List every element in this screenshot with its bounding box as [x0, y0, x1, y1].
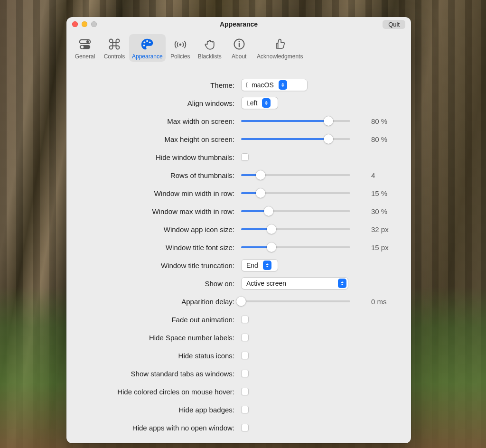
label-align: Align windows: [78, 99, 234, 107]
row-hide-badges: Hide app badges: [78, 401, 400, 419]
row-max-w: Window max width in row: 30 % [78, 202, 400, 220]
chevron-updown-icon [279, 80, 287, 90]
min-w-slider[interactable] [241, 188, 350, 198]
label-max-width: Max width on screen: [78, 117, 234, 125]
max-w-value: 30 % [371, 207, 400, 215]
tab-about[interactable]: About [224, 34, 254, 62]
row-delay: Apparition delay: 0 ms [78, 292, 400, 310]
tab-blacklists[interactable]: Blacklists [195, 34, 224, 62]
min-w-value: 15 % [371, 189, 400, 197]
label-std-tabs: Show standard tabs as windows: [78, 370, 234, 378]
font-size-value: 15 px [371, 243, 400, 252]
svg-point-7 [143, 45, 145, 47]
tab-label: About [232, 53, 246, 60]
tab-label: General [75, 53, 95, 60]
tab-policies[interactable]: Policies [166, 34, 195, 62]
info-icon [231, 36, 247, 52]
svg-point-1 [86, 40, 89, 43]
theme-popup[interactable]:  macOS [241, 79, 308, 91]
label-hide-status: Hide status icons: [78, 352, 234, 360]
row-show-on: Show on: Active screen [78, 274, 400, 292]
tab-appearance[interactable]: Appearance [129, 34, 166, 62]
hand-icon [202, 36, 218, 52]
label-delay: Apparition delay: [78, 298, 234, 306]
label-truncation: Window title truncation: [78, 261, 234, 270]
delay-slider[interactable] [241, 297, 350, 306]
svg-rect-11 [239, 43, 240, 47]
label-show-on: Show on: [78, 280, 234, 288]
max-width-slider[interactable] [241, 116, 350, 126]
align-value: Left [246, 99, 257, 107]
chevron-updown-icon [263, 261, 271, 270]
row-hide-thumbs: Hide window thumbnails: [78, 148, 400, 166]
label-font-size: Window title font size: [78, 243, 234, 252]
row-max-width: Max width on screen: 80 % [78, 112, 400, 130]
label-max-w: Window max width in row: [78, 207, 234, 215]
font-size-slider[interactable] [241, 243, 350, 252]
tab-label: Controls [104, 53, 125, 60]
truncation-popup[interactable]: End [241, 259, 278, 271]
theme-value: macOS [252, 81, 274, 89]
toggles-icon [77, 36, 93, 52]
tab-acknowledgments[interactable]: Acknowledgments [254, 34, 306, 62]
row-hide-status: Hide status icons: [78, 346, 400, 364]
row-hide-no-window: Hide apps with no open window: [78, 419, 400, 437]
label-hide-circles: Hide colored circles on mouse hover: [78, 388, 234, 396]
row-max-height: Max height on screen: 80 % [78, 130, 400, 148]
label-fade: Fade out animation: [78, 316, 234, 324]
hide-badges-checkbox[interactable] [241, 406, 249, 413]
svg-point-5 [146, 40, 148, 42]
std-tabs-checkbox[interactable] [241, 370, 249, 377]
svg-point-6 [149, 41, 151, 43]
settings-pane: Theme:  macOS Align windows: Left [66, 65, 411, 443]
rows-slider[interactable] [241, 170, 350, 180]
chevron-updown-icon [338, 279, 346, 288]
label-min-w: Window min width in row: [78, 189, 234, 197]
preferences-window: Appearance Quit General Controls [66, 17, 411, 443]
row-min-w: Window min width in row: 15 % [78, 184, 400, 202]
icon-size-slider[interactable] [241, 224, 350, 234]
row-fade: Fade out animation: [78, 310, 400, 328]
row-theme: Theme:  macOS [78, 76, 400, 94]
row-icon-size: Window app icon size: 32 px [78, 220, 400, 238]
row-font-size: Window title font size: 15 px [78, 238, 400, 256]
max-height-value: 80 % [371, 135, 400, 143]
label-rows: Rows of thumbnails: [78, 171, 234, 179]
delay-value: 0 ms [371, 298, 400, 306]
tab-label: Acknowledgments [257, 53, 303, 60]
row-hide-space: Hide Space number labels: [78, 328, 400, 346]
row-rows: Rows of thumbnails: 4 [78, 166, 400, 184]
show-on-popup[interactable]: Active screen [241, 277, 348, 289]
toolbar: General Controls Appearance [66, 31, 411, 65]
label-hide-space: Hide Space number labels: [78, 334, 234, 342]
svg-point-3 [81, 46, 84, 48]
hide-circles-checkbox[interactable] [241, 388, 249, 395]
thumbs-up-icon [272, 36, 288, 52]
icon-size-value: 32 px [371, 225, 400, 233]
max-width-value: 80 % [371, 117, 400, 125]
label-icon-size: Window app icon size: [78, 225, 234, 233]
max-w-slider[interactable] [241, 206, 350, 216]
truncation-value: End [246, 261, 258, 269]
align-popup[interactable]: Left [241, 97, 278, 109]
hide-no-window-checkbox[interactable] [241, 424, 249, 431]
tab-controls[interactable]: Controls [100, 34, 129, 62]
hide-space-checkbox[interactable] [241, 334, 249, 341]
command-icon [106, 36, 122, 52]
label-hide-thumbs: Hide window thumbnails: [78, 153, 234, 161]
label-theme: Theme: [78, 81, 234, 89]
tab-label: Blacklists [198, 53, 222, 60]
max-height-slider[interactable] [241, 134, 350, 144]
fade-checkbox[interactable] [241, 316, 249, 323]
row-std-tabs: Show standard tabs as windows: [78, 364, 400, 383]
titlebar: Appearance Quit [66, 17, 411, 31]
hide-status-checkbox[interactable] [241, 352, 249, 359]
antenna-icon [172, 36, 188, 52]
apple-icon:  [246, 81, 249, 89]
hide-thumbs-checkbox[interactable] [241, 153, 249, 161]
row-hide-circles: Hide colored circles on mouse hover: [78, 383, 400, 401]
palette-icon [139, 36, 155, 52]
chevron-updown-icon [262, 98, 271, 108]
tab-label: Policies [170, 53, 190, 60]
tab-general[interactable]: General [70, 34, 100, 62]
